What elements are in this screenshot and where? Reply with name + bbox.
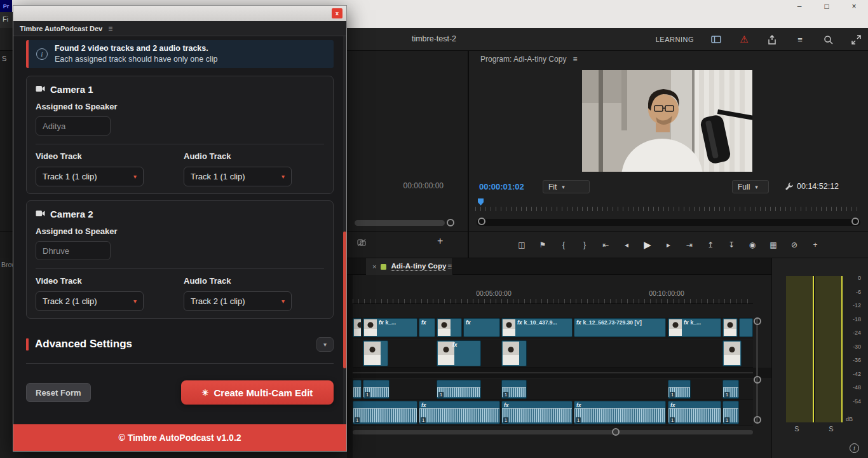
timeline-clip[interactable]: fx [463,318,500,337]
reset-form-button[interactable]: Reset Form [26,383,91,402]
video-audio-divider[interactable] [347,368,771,378]
zoom-handle-right[interactable] [851,218,859,225]
program-zoom-scrollbar[interactable] [477,219,860,226]
speaker-input[interactable] [36,241,111,260]
proxy-toggle-icon[interactable]: ⊘ [789,240,799,249]
source-zoom-scrollbar[interactable] [355,220,445,226]
plugin-titlebar[interactable]: x [13,6,346,21]
sequence-tab[interactable]: × Adi-A-tiny Copy [366,258,453,275]
video-track-select[interactable]: Track 2 (1 clip) ▾ [36,291,144,311]
mark-in-icon[interactable]: { [559,240,569,249]
comparison-view-icon[interactable]: ◫ [517,240,527,249]
create-multicam-button[interactable]: ✳ Create Multi-Cam Edit [181,380,334,405]
speaker-input[interactable] [36,116,111,135]
timeline-clip[interactable]: 1 [353,401,417,424]
warning-icon[interactable]: ⚠ [738,34,750,45]
maximize-button[interactable]: □ [822,2,832,11]
plugin-scrollbar-thumb[interactable] [343,232,346,368]
video-track-select[interactable]: Track 1 (1 clip) ▾ [36,167,144,186]
playback-resolution-select[interactable]: Full ▾ [732,180,769,193]
timeline-clip[interactable]: fx1 [668,401,721,424]
audio-track-select[interactable]: Track 1 (1 clip) ▾ [184,167,292,186]
go-to-in-icon[interactable]: ⇤ [600,240,611,249]
program-monitor-panel: Program: Adi-A-tiny Copy ≡ [468,51,868,258]
close-button[interactable]: × [849,2,859,11]
browser-panel-tab-partial[interactable]: Brow [1,261,14,268]
track-scroll-handle[interactable] [754,376,761,384]
timeline-clip[interactable]: fxk_12_562.73-729.30 [V] [574,318,666,337]
audio-track-select[interactable]: Track 2 (1 clip) ▾ [184,291,292,311]
timeline-clip[interactable]: 1 [437,380,481,399]
timeline-clip[interactable] [501,340,527,366]
quick-search-icon[interactable] [822,34,834,45]
step-forward-icon[interactable]: ▸ [663,240,674,249]
workspace-label[interactable]: LEARNING [656,36,694,43]
source-button-editor-icon[interactable]: + [437,235,443,247]
timeline-clip[interactable]: 1 [501,380,527,399]
timeline-clip[interactable]: fx1 [501,401,573,424]
go-to-out-icon[interactable]: ⇥ [684,240,695,249]
extract-icon[interactable]: ↧ [726,240,736,249]
timeline-clip[interactable] [739,318,753,337]
zoom-level-select[interactable]: Fit ▾ [543,180,590,193]
card-divider [36,268,324,269]
timeline-clip[interactable]: 1 [722,380,739,399]
timeline-clip[interactable] [353,380,362,399]
source-scrollbar-handle[interactable] [447,219,454,226]
timeline-clip[interactable]: fx [437,340,481,366]
timeline-clip[interactable]: fx [419,318,435,337]
export-frame-icon[interactable]: ◉ [747,240,757,249]
multi-camera-icon[interactable]: ▦ [768,240,778,249]
panels-icon[interactable] [710,34,722,45]
settings-wrench-icon[interactable] [784,182,794,194]
advanced-settings-toggle[interactable]: ▾ [316,337,334,352]
plugin-panel-menu-icon[interactable]: ≡ [108,24,112,33]
track-scroll-handle[interactable] [754,317,761,325]
timeline-clip[interactable]: fxk_... [668,318,721,337]
source-panel-tab-partial[interactable]: S [2,55,12,62]
plugin-body: i Found 2 video tracks and 2 audio track… [13,36,346,424]
fullscreen-icon[interactable] [850,34,862,45]
timeline-clip[interactable] [437,318,462,337]
plugin-scrollbar[interactable] [343,36,346,424]
timeline-clip[interactable]: fxk_... [363,318,417,337]
timeline-clip[interactable]: 1 [363,380,390,399]
timeline-panel-menu-icon[interactable]: ≡ [447,262,452,271]
lift-icon[interactable]: ↥ [705,240,715,249]
play-icon[interactable]: ▶ [642,239,653,251]
menu-file-partial[interactable]: Fi [0,12,13,28]
timeline-ruler[interactable]: 00:05:00:0000:10:00:00 [353,286,753,304]
info-icon[interactable]: i [850,443,859,453]
timeline-clip[interactable]: fx1 [419,401,500,424]
tab-close-icon[interactable]: × [372,263,376,270]
track-scroll-handle[interactable] [754,416,761,424]
export-icon[interactable] [766,34,778,45]
plugin-close-button[interactable]: x [332,8,342,18]
drag-video-icon[interactable] [357,238,366,249]
timeline-clip[interactable]: 1 [668,380,691,399]
timeline-clip[interactable] [722,340,742,366]
add-marker-icon[interactable]: ⚑ [538,240,548,249]
solo-left-button[interactable]: S [790,425,804,433]
timeline-clip[interactable] [722,318,738,337]
timeline-horizontal-scrollbar[interactable] [353,430,753,434]
speaker-label: Assigned to Speaker [36,102,324,111]
timeline-clip[interactable] [363,340,388,366]
program-playhead[interactable] [478,198,484,205]
program-mini-timeline[interactable] [475,198,862,211]
program-panel-menu-icon[interactable]: ≡ [573,55,577,64]
button-editor-icon[interactable]: + [810,240,820,249]
timeline-clip[interactable]: fx1 [574,401,666,424]
zoom-handle-left[interactable] [478,218,485,225]
workspaces-menu-icon[interactable]: ≡ [794,34,806,45]
timeline-tab-bar: × Adi-A-tiny Copy ≡ [347,258,771,275]
step-back-icon[interactable]: ◂ [621,240,632,249]
solo-right-button[interactable]: S [824,425,838,433]
timeline-clip[interactable]: fxk_10_437.9... [501,318,573,337]
mark-out-icon[interactable]: } [580,240,590,249]
timeline-clip[interactable]: 1 [722,401,739,424]
timeline-scroll-handle[interactable] [612,428,620,436]
timeline-clip[interactable] [353,318,362,337]
minimize-button[interactable]: – [794,2,804,11]
timeline-vertical-scrollbar[interactable] [756,317,758,422]
